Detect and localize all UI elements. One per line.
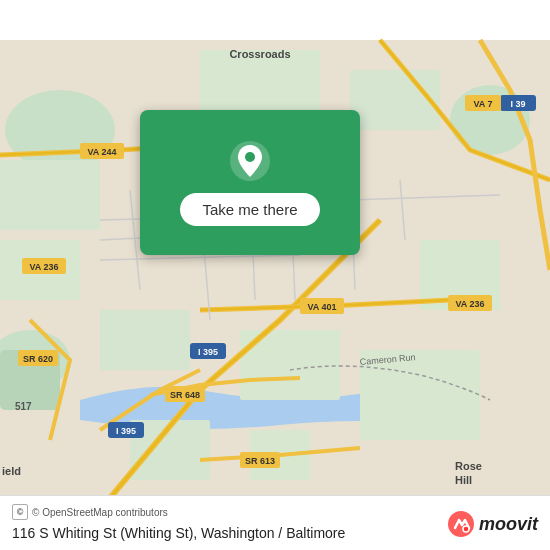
svg-text:SR 620: SR 620 (23, 354, 53, 364)
location-pin-icon (228, 139, 272, 183)
map-background: VA 244 VA 244 VA 236 VA 236 SR 620 VA 40… (0, 0, 550, 550)
svg-text:Hill: Hill (455, 474, 472, 486)
svg-text:ield: ield (2, 465, 21, 477)
svg-text:VA 236: VA 236 (455, 299, 484, 309)
svg-text:VA 401: VA 401 (307, 302, 336, 312)
svg-text:517: 517 (15, 401, 32, 412)
svg-rect-6 (350, 70, 440, 130)
svg-rect-11 (100, 310, 190, 370)
osm-credit-text: © OpenStreetMap contributors (32, 507, 168, 518)
svg-text:I 395: I 395 (116, 426, 136, 436)
address-text: 116 S Whiting St (Whiting St), Washingto… (12, 525, 345, 541)
moovit-icon (447, 510, 475, 538)
svg-text:VA 7: VA 7 (473, 99, 492, 109)
map-container: VA 244 VA 244 VA 236 VA 236 SR 620 VA 40… (0, 0, 550, 550)
svg-text:Crossroads: Crossroads (229, 48, 290, 60)
svg-text:SR 613: SR 613 (245, 456, 275, 466)
moovit-brand-text: moovit (479, 514, 538, 535)
svg-text:Rose: Rose (455, 460, 482, 472)
svg-point-58 (463, 526, 469, 532)
svg-text:SR 648: SR 648 (170, 390, 200, 400)
svg-text:I 39: I 39 (510, 99, 525, 109)
location-panel: Take me there (140, 110, 360, 255)
take-me-there-button[interactable]: Take me there (180, 193, 319, 226)
svg-rect-9 (0, 160, 100, 230)
svg-text:VA 244: VA 244 (87, 147, 116, 157)
svg-point-56 (245, 152, 255, 162)
svg-text:VA 236: VA 236 (29, 262, 58, 272)
osm-logo-icon: © (12, 504, 28, 520)
moovit-logo: moovit (447, 510, 538, 538)
svg-text:I 395: I 395 (198, 347, 218, 357)
bottom-bar: © © OpenStreetMap contributors 116 S Whi… (0, 495, 550, 550)
